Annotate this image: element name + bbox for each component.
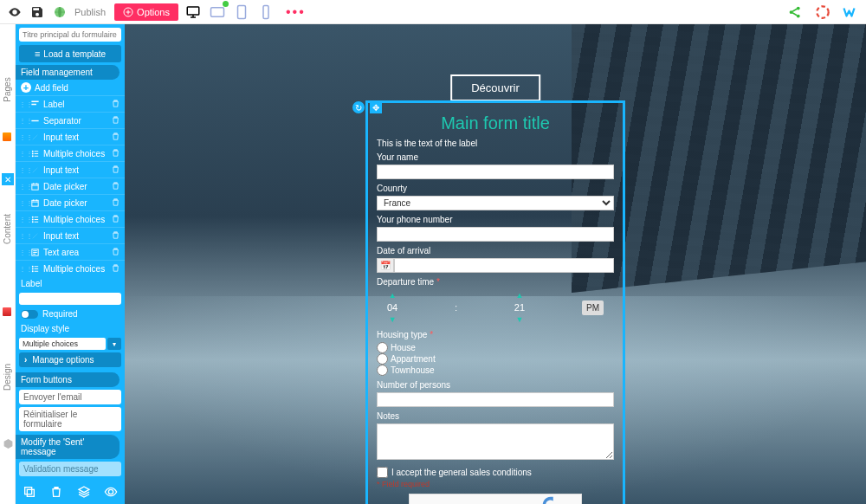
delete-field-icon[interactable] — [111, 181, 121, 191]
tablet-landscape-icon[interactable] — [208, 3, 227, 22]
field-row-label: Input text — [43, 165, 107, 175]
delete-field-icon[interactable] — [111, 197, 121, 208]
rail-cube-icon[interactable] — [2, 437, 14, 449]
delete-field-icon[interactable] — [111, 132, 121, 142]
ampm-toggle[interactable]: PM — [582, 300, 604, 315]
field-row-input[interactable]: ⋮⋮Input text — [16, 161, 125, 178]
drag-grip-icon[interactable]: ⋮⋮ — [19, 150, 26, 158]
drag-grip-icon[interactable]: ⋮⋮ — [19, 117, 26, 125]
field-row-input[interactable]: ⋮⋮Input text — [16, 128, 125, 145]
svg-point-15 — [31, 216, 33, 217]
field-row-label[interactable]: ⋮⋮Label — [16, 95, 125, 112]
load-template-button[interactable]: ≡Load a template — [19, 45, 121, 62]
house-radio-label: House — [391, 343, 416, 352]
phone-input[interactable] — [377, 227, 614, 242]
delete-field-icon[interactable] — [111, 165, 121, 175]
persons-input[interactable] — [377, 392, 614, 407]
publish-button[interactable]: Publish — [74, 7, 106, 17]
svg-point-19 — [31, 265, 33, 267]
townhouse-radio[interactable] — [377, 365, 388, 376]
input-icon — [29, 132, 40, 142]
panel-close-icon[interactable]: ✕ — [2, 173, 14, 185]
required-toggle[interactable] — [21, 310, 38, 319]
copy-icon[interactable] — [23, 485, 36, 499]
layers-icon[interactable] — [77, 485, 91, 499]
drag-grip-icon[interactable]: ⋮⋮ — [19, 183, 26, 191]
delete-field-icon[interactable] — [111, 99, 121, 109]
delete-field-icon[interactable] — [111, 148, 121, 158]
field-row-multi[interactable]: ⋮⋮Multiple choices — [16, 210, 125, 227]
housing-type-label: Housing type * — [377, 330, 614, 339]
mobile-view-icon[interactable] — [256, 3, 275, 22]
delete-field-icon[interactable] — [111, 247, 121, 257]
accept-checkbox[interactable] — [377, 467, 388, 478]
preview-icon[interactable] — [5, 3, 24, 22]
delete-field-icon[interactable] — [111, 214, 121, 224]
svg-rect-5 — [263, 5, 268, 18]
help-icon[interactable] — [812, 2, 833, 23]
form-editor-panel: ≡Load a template Field management +Add f… — [16, 24, 125, 480]
desktop-view-icon[interactable] — [184, 3, 203, 22]
share-icon[interactable] — [785, 2, 805, 23]
add-field-button[interactable]: +Add field — [16, 80, 125, 95]
rail-pages-tab[interactable]: Pages — [3, 77, 12, 101]
drag-grip-icon[interactable]: ⋮⋮ — [19, 216, 26, 223]
drag-grip-icon[interactable]: ⋮⋮ — [19, 265, 26, 273]
country-select[interactable]: France — [377, 196, 614, 210]
field-row-separator[interactable]: ⋮⋮Separator — [16, 112, 125, 128]
discover-button[interactable]: Découvrir — [450, 74, 540, 101]
display-style-dropdown-icon[interactable]: ▾ — [107, 338, 121, 350]
field-row-textarea[interactable]: ⋮⋮Text area — [16, 243, 125, 260]
your-name-input[interactable] — [377, 165, 614, 179]
svg-rect-4 — [238, 5, 246, 18]
drag-grip-icon[interactable]: ⋮⋮ — [19, 249, 26, 256]
rail-content-tab[interactable]: Content — [3, 214, 12, 244]
send-email-label-input[interactable]: Envoyer l'email — [19, 390, 121, 404]
validation-msg-input[interactable]: Validation message — [19, 462, 121, 476]
form-widget-selection[interactable]: ↻ ✥ ⇕ Main form title This is the text o… — [365, 100, 625, 504]
display-style-select[interactable]: Multiple choices — [19, 338, 106, 350]
manage-options-button[interactable]: ›Manage options — [19, 352, 121, 367]
field-row-date[interactable]: ⋮⋮Date picker — [16, 178, 125, 194]
minute-up-icon[interactable]: ▲ — [516, 291, 524, 300]
date-arrival-input[interactable] — [394, 258, 614, 273]
save-icon[interactable] — [28, 3, 47, 22]
recaptcha-widget[interactable]: Je ne suis pas un robot reCAPTCHA Confid… — [409, 494, 582, 504]
reset-form-label-input[interactable]: Réinitialiser le formulaire — [19, 407, 121, 431]
field-row-label: Multiple choices — [43, 264, 107, 274]
field-row-multi[interactable]: ⋮⋮Multiple choices — [16, 260, 125, 276]
rail-design-tab[interactable]: Design — [3, 364, 12, 391]
form-title-input[interactable] — [19, 28, 121, 42]
move-handle-icon[interactable]: ✥ — [370, 101, 382, 113]
field-row-multi[interactable]: ⋮⋮Multiple choices — [16, 145, 125, 161]
visibility-icon[interactable] — [104, 485, 118, 499]
more-icon[interactable]: ••• — [286, 4, 306, 20]
delete-field-icon[interactable] — [111, 230, 121, 241]
delete-field-icon[interactable] — [111, 115, 121, 126]
hour-down-icon[interactable]: ▼ — [389, 315, 397, 324]
field-row-date[interactable]: ⋮⋮Date picker — [16, 194, 125, 210]
field-row-label: Separator — [43, 116, 107, 126]
hour-up-icon[interactable]: ▲ — [389, 291, 397, 300]
design-canvas[interactable]: Découvrir ↻ ✥ ⇕ Main form title This is … — [125, 24, 866, 504]
tablet-portrait-icon[interactable] — [232, 3, 251, 22]
trash-icon[interactable] — [49, 485, 63, 499]
drag-grip-icon[interactable]: ⋮⋮ — [19, 100, 26, 108]
calendar-icon[interactable]: 📅 — [377, 258, 394, 273]
notes-textarea[interactable] — [377, 423, 614, 460]
drag-grip-icon[interactable]: ⋮⋮ — [19, 166, 26, 174]
field-row-input[interactable]: ⋮⋮Input text — [16, 227, 125, 243]
house-radio[interactable] — [377, 342, 388, 353]
svg-point-16 — [31, 218, 33, 220]
drag-grip-icon[interactable]: ⋮⋮ — [19, 199, 26, 207]
appartment-radio[interactable] — [377, 353, 388, 365]
accept-label: I accept the general sales conditions — [391, 468, 532, 477]
globe-icon[interactable] — [50, 3, 69, 22]
delete-field-icon[interactable] — [111, 263, 121, 274]
options-button[interactable]: Options — [114, 3, 178, 21]
drag-grip-icon[interactable]: ⋮⋮ — [19, 232, 26, 240]
drag-grip-icon[interactable]: ⋮⋮ — [19, 133, 26, 141]
minute-down-icon[interactable]: ▼ — [516, 315, 524, 324]
rotate-handle-icon[interactable]: ↻ — [352, 101, 365, 113]
label-input[interactable] — [19, 293, 121, 305]
